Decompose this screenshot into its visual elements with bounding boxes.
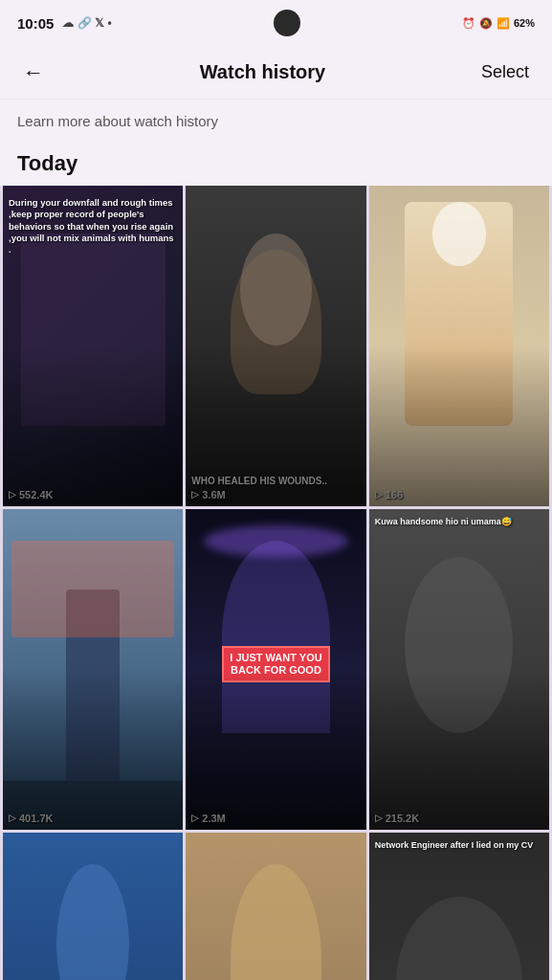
play-icon-2: ▷ (191, 489, 199, 500)
video-item-5[interactable]: I JUST WANT YOUBACK FOR GOOD ▷ 2.3M (186, 509, 365, 830)
status-right: ⏰ 🔕 📶 62% (462, 17, 535, 30)
video-caption-4 (9, 517, 177, 813)
video-item-1[interactable]: During your downfall and rough times ,ke… (3, 186, 183, 506)
mute-icon: 🔕 (479, 17, 493, 30)
video-caption-9-top: Network Engineer after I lied on my CV (375, 840, 543, 852)
video-overlay-5: I JUST WANT YOUBACK FOR GOOD ▷ 2.3M (186, 509, 365, 830)
highlight-caption-5: I JUST WANT YOUBACK FOR GOOD (222, 646, 329, 682)
view-count-2: 3.6M (202, 489, 225, 501)
video-caption-7 (9, 840, 177, 980)
today-section-header: Today (0, 144, 552, 186)
video-overlay-7 (3, 833, 183, 980)
video-overlay-9: Network Engineer after I lied on my CV ▷… (369, 833, 549, 980)
phone-frame: 10:05 ☁ 🔗 𝕏 • ⏰ 🔕 📶 62% ← Watch history … (0, 0, 552, 980)
video-item-3[interactable]: ▷ 166 (369, 186, 549, 506)
video-stats-5: ▷ 2.3M (191, 813, 360, 824)
video-caption-8: Nakusokia hii Kenya ukipata tu michana a… (191, 840, 360, 980)
play-icon-4: ▷ (9, 813, 16, 823)
video-item-4[interactable]: ▷ 401.7K (3, 509, 183, 830)
learn-more-banner[interactable]: Learn more about watch history (0, 100, 552, 144)
video-stats-4: ▷ 401.7K (9, 813, 177, 824)
video-overlay-6: Kuwa handsome hio ni umama😅 ▷ 215.2K (369, 509, 549, 830)
today-label: Today (17, 151, 77, 175)
video-overlay-4: ▷ 401.7K (3, 509, 183, 830)
video-overlay-2: WHO HEALED HIS WOUNDS.. ▷ 3.6M (186, 186, 365, 506)
video-stats-6: ▷ 215.2K (375, 813, 543, 824)
video-item-9[interactable]: Network Engineer after I lied on my CV ▷… (369, 833, 549, 980)
video-item-6[interactable]: Kuwa handsome hio ni umama😅 ▷ 215.2K (369, 509, 549, 830)
status-bar: 10:05 ☁ 🔗 𝕏 • ⏰ 🔕 📶 62% (0, 0, 552, 46)
play-icon-3: ▷ (375, 489, 383, 500)
video-item-7[interactable] (3, 833, 183, 980)
top-nav: ← Watch history Select (0, 46, 552, 100)
alarm-icon: ⏰ (462, 17, 475, 30)
view-count-1: 552.4K (19, 489, 53, 501)
back-button[interactable]: ← (15, 55, 52, 91)
highlight-container: I JUST WANT YOUBACK FOR GOOD (191, 517, 360, 813)
video-stats-2: ▷ 3.6M (191, 489, 360, 501)
view-count-3: 166 (386, 489, 403, 501)
video-overlay-1: During your downfall and rough times ,ke… (3, 186, 183, 506)
status-time: 10:05 (17, 15, 54, 32)
video-stats-1: ▷ 552.4K (9, 489, 177, 501)
view-count-4: 401.7K (19, 813, 53, 824)
status-left: 10:05 ☁ 🔗 𝕏 • (17, 15, 112, 32)
video-caption-2: WHO HEALED HIS WOUNDS.. (191, 193, 360, 489)
learn-more-text: Learn more about watch history (17, 113, 218, 129)
play-icon-5: ▷ (191, 813, 199, 823)
video-overlay-3: ▷ 166 (369, 186, 549, 506)
view-count-6: 215.2K (386, 813, 419, 824)
select-button[interactable]: Select (474, 55, 537, 90)
video-grid: During your downfall and rough times ,ke… (0, 186, 552, 980)
view-count-5: 2.3M (202, 813, 225, 824)
play-icon: ▷ (9, 489, 16, 500)
page-title: Watch history (52, 61, 474, 83)
battery-text: 62% (514, 17, 535, 29)
video-item-2[interactable]: WHO HEALED HIS WOUNDS.. ▷ 3.6M (186, 186, 365, 506)
signal-icon: 📶 (497, 17, 510, 30)
video-stats-3: ▷ 166 (375, 489, 543, 501)
video-caption-1: During your downfall and rough times ,ke… (9, 193, 177, 489)
video-overlay-8: Nakusokia hii Kenya ukipata tu michana a… (186, 833, 365, 980)
video-caption-3 (375, 193, 543, 489)
status-icons: ☁ 🔗 𝕏 • (62, 16, 111, 30)
play-icon-6: ▷ (375, 813, 383, 823)
video-item-8[interactable]: Nakusokia hii Kenya ukipata tu michana a… (186, 833, 365, 980)
video-caption-6-top: Kuwa handsome hio ni umama😅 (375, 517, 543, 528)
camera-notch (274, 10, 300, 36)
